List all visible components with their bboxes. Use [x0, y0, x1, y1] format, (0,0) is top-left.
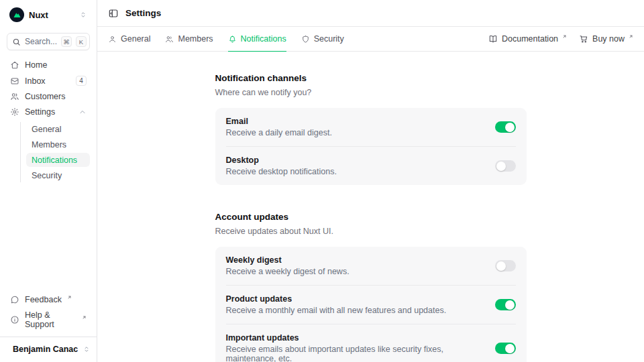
sidebar-item-inbox[interactable]: Inbox 4 [7, 74, 90, 88]
sidebar-nav: Home Inbox 4 Customers Settings [7, 58, 90, 182]
sidebar-spacer [7, 182, 90, 293]
product-updates-setting-row: Product updates Receive a monthly email … [215, 286, 527, 324]
kbd-k: K [76, 36, 87, 47]
kbd-cmd: ⌘ [61, 36, 72, 47]
settings-content: Notification channels Where can we notif… [97, 52, 644, 362]
page-title: Settings [125, 8, 161, 18]
external-link-icon [67, 295, 72, 300]
sidebar-item-label: Home [25, 60, 87, 70]
bell-icon [228, 35, 237, 44]
book-open-icon [488, 34, 498, 44]
user-name: Benjamin Canac [13, 345, 78, 354]
home-icon [10, 60, 19, 70]
tab-security[interactable]: Security [301, 27, 344, 52]
setting-label: Desktop [226, 156, 484, 165]
main-panel: Settings General Members Notifications [97, 0, 644, 362]
inbox-icon [10, 76, 19, 86]
notification-channels-section: Notification channels Where can we notif… [215, 73, 527, 185]
external-link-icon [629, 34, 633, 39]
tab-general[interactable]: General [108, 27, 150, 52]
setting-description: Receive a monthly email with all new fea… [226, 306, 484, 315]
sidebar-item-label: Settings [25, 107, 73, 117]
account-updates-section: Account updates Receive updates about Nu… [215, 212, 527, 362]
toggle-knob [496, 261, 506, 271]
email-setting-row: Email Receive a daily email digest. [215, 108, 527, 146]
setting-description: Receive desktop notifications. [226, 167, 484, 176]
sidebar-item-customers[interactable]: Customers [7, 90, 90, 103]
sidebar-item-label: Customers [25, 92, 87, 101]
setting-label: Email [226, 117, 484, 126]
gear-icon [10, 107, 19, 117]
inbox-count-badge: 4 [76, 76, 87, 86]
users-icon [165, 35, 174, 44]
tab-label: Members [178, 34, 213, 44]
buy-now-link[interactable]: Buy now [579, 34, 633, 44]
toggle-knob [505, 123, 515, 132]
buy-now-label: Buy now [592, 34, 625, 44]
chevrons-up-down-icon [79, 11, 87, 19]
desktop-setting-row: Desktop Receive desktop notifications. [215, 147, 527, 185]
important-updates-setting-row: Important updates Receive emails about i… [215, 324, 527, 362]
sidebar: Nuxt Search... ⌘ K Home [0, 0, 97, 362]
setting-description: Receive emails about important updates l… [226, 345, 484, 362]
team-name: Nuxt [29, 10, 74, 20]
shield-icon [301, 35, 310, 44]
setting-description: Receive a daily email digest. [226, 128, 484, 137]
settings-sub-nav: General Members Notifications Security [20, 122, 90, 182]
tab-label: Notifications [241, 34, 286, 44]
feedback-link[interactable]: Feedback [7, 293, 90, 306]
sidebar-item-home[interactable]: Home [7, 58, 90, 72]
setting-label: Important updates [226, 333, 484, 343]
search-placeholder: Search... [25, 37, 57, 46]
tab-notifications[interactable]: Notifications [228, 27, 286, 52]
help-support-link[interactable]: Help & Support [7, 308, 90, 331]
documentation-link[interactable]: Documentation [488, 34, 567, 44]
sidebar-item-label: Inbox [25, 76, 70, 86]
sidebar-item-notifications[interactable]: Notifications [26, 153, 90, 167]
settings-tabbar: General Members Notifications Security [97, 27, 644, 52]
setting-label: Product updates [226, 294, 484, 304]
panel-left-close-icon[interactable] [108, 8, 119, 19]
section-title: Notification channels [215, 73, 527, 83]
notification-channels-card: Email Receive a daily email digest. Desk… [215, 108, 527, 185]
section-description: Receive updates about Nuxt UI. [215, 227, 527, 236]
setting-description: Receive a weekly digest of news. [226, 267, 484, 276]
feedback-label: Feedback [25, 295, 62, 304]
nuxt-logo-icon [9, 7, 24, 22]
external-link-icon [82, 315, 87, 320]
sidebar-item-security[interactable]: Security [26, 168, 90, 182]
desktop-toggle[interactable] [495, 160, 516, 172]
sidebar-item-settings[interactable]: Settings [7, 105, 90, 119]
section-title: Account updates [215, 212, 527, 222]
user-menu[interactable]: Benjamin Canac [0, 337, 97, 362]
search-icon [12, 38, 21, 46]
product-updates-toggle[interactable] [495, 299, 516, 310]
sidebar-item-general[interactable]: General [26, 122, 90, 136]
header-links: Documentation Buy now [488, 34, 633, 44]
documentation-label: Documentation [502, 34, 558, 44]
info-circle-icon [10, 315, 19, 324]
email-toggle[interactable] [495, 121, 516, 133]
external-link-icon [562, 34, 567, 39]
weekly-digest-toggle[interactable] [495, 260, 516, 272]
page-header: Settings [97, 0, 644, 27]
toggle-knob [505, 344, 515, 353]
help-support-label: Help & Support [25, 310, 76, 329]
tab-label: Security [314, 34, 344, 44]
cart-icon [579, 34, 588, 44]
weekly-digest-setting-row: Weekly digest Receive a weekly digest of… [215, 247, 527, 285]
search-input[interactable]: Search... ⌘ K [7, 33, 90, 50]
sidebar-item-members[interactable]: Members [26, 137, 90, 152]
team-switcher[interactable]: Nuxt [7, 5, 90, 24]
important-updates-toggle[interactable] [495, 343, 516, 354]
tab-members[interactable]: Members [165, 27, 213, 52]
app-window: Nuxt Search... ⌘ K Home [0, 0, 644, 362]
tab-label: General [121, 34, 150, 44]
toggle-knob [496, 162, 506, 171]
message-circle-icon [10, 295, 19, 304]
user-icon [108, 35, 117, 44]
toggle-knob [505, 300, 515, 310]
setting-label: Weekly digest [226, 255, 484, 265]
account-updates-card: Weekly digest Receive a weekly digest of… [215, 247, 527, 362]
chevron-up-icon [78, 108, 87, 116]
